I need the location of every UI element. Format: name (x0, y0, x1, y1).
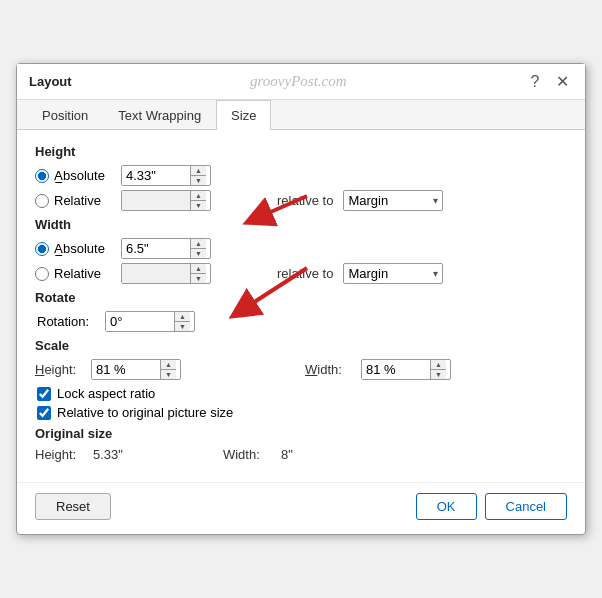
width-relative-down[interactable]: ▼ (191, 274, 206, 283)
tab-size[interactable]: Size (216, 100, 271, 130)
scale-height-up[interactable]: ▲ (161, 360, 176, 370)
width-relative-up[interactable]: ▲ (191, 264, 206, 274)
dialog-title: Layout (29, 74, 72, 89)
footer: Reset OK Cancel (17, 482, 585, 534)
lock-aspect-label[interactable]: Lock aspect ratio (57, 386, 155, 401)
title-bar: Layout groovyPost.com ? ✕ (17, 64, 585, 100)
scale-height-spinner-btns: ▲ ▼ (160, 360, 176, 379)
width-relative-input[interactable] (122, 264, 190, 283)
scale-width-down[interactable]: ▼ (431, 370, 446, 379)
original-height-item: Height: 5.33" (35, 447, 123, 462)
relative-original-label[interactable]: Relative to original picture size (57, 405, 233, 420)
original-width-item: Width: 8" (223, 447, 293, 462)
layout-dialog: Layout groovyPost.com ? ✕ Position Text … (16, 63, 586, 535)
rotation-spinner-btns: ▲ ▼ (174, 312, 190, 331)
height-absolute-down[interactable]: ▼ (191, 176, 206, 185)
height-absolute-spinner-btns: ▲ ▼ (190, 166, 206, 185)
width-relative-label: Relative (54, 266, 101, 281)
original-size-section-label: Original size (35, 426, 567, 441)
height-relative-radio[interactable] (35, 194, 49, 208)
rotation-down[interactable]: ▼ (175, 322, 190, 331)
height-absolute-row: A̲bsolute ▲ ▼ (35, 165, 567, 186)
scale-height-down[interactable]: ▼ (161, 370, 176, 379)
width-section-label: Width (35, 217, 567, 232)
width-margin-select[interactable]: Margin Page (344, 264, 433, 283)
width-absolute-down[interactable]: ▼ (191, 249, 206, 258)
original-height-value: 5.33" (93, 447, 123, 462)
close-icon[interactable]: ✕ (553, 72, 573, 91)
height-section-label: Height (35, 144, 567, 159)
relative-original-row: Relative to original picture size (37, 405, 567, 420)
original-width-label: Width: (223, 447, 275, 462)
original-width-value: 8" (281, 447, 293, 462)
help-icon[interactable]: ? (525, 73, 545, 91)
content-area: Height A̲bsolute ▲ ▼ Relative (17, 130, 585, 476)
width-absolute-spinner: ▲ ▼ (121, 238, 211, 259)
scale-height-label: Height: (35, 362, 87, 377)
scale-width-spinner-btns: ▲ ▼ (430, 360, 446, 379)
width-absolute-up[interactable]: ▲ (191, 239, 206, 249)
lock-aspect-row: Lock aspect ratio (37, 386, 567, 401)
watermark: groovyPost.com (250, 73, 347, 90)
title-bar-icons: ? ✕ (525, 72, 573, 91)
height-absolute-radio-label[interactable]: A̲bsolute (35, 168, 115, 183)
width-relative-spinner-btns: ▲ ▼ (190, 264, 206, 283)
width-absolute-row: A̲bsolute ▲ ▼ (35, 238, 567, 259)
scale-width-label: Width: (305, 362, 357, 377)
scale-height-spinner: ▲ ▼ (91, 359, 181, 380)
width-absolute-spinner-btns: ▲ ▼ (190, 239, 206, 258)
height-margin-select-arrow: ▾ (433, 195, 442, 206)
width-margin-select-arrow: ▾ (433, 268, 442, 279)
width-absolute-input[interactable] (122, 239, 190, 258)
cancel-button[interactable]: Cancel (485, 493, 567, 520)
width-relative-radio[interactable] (35, 267, 49, 281)
rotation-up[interactable]: ▲ (175, 312, 190, 322)
relative-original-checkbox[interactable] (37, 406, 51, 420)
height-relative-input[interactable] (122, 191, 190, 210)
rotation-row: Rotation: ▲ ▼ (37, 311, 567, 332)
height-relative-radio-label[interactable]: Relative (35, 193, 115, 208)
rotate-section-label: Rotate (35, 290, 567, 305)
height-margin-select[interactable]: Margin Page (344, 191, 433, 210)
height-absolute-up[interactable]: ▲ (191, 166, 206, 176)
tab-position[interactable]: Position (27, 100, 103, 130)
original-height-label: Height: (35, 447, 87, 462)
scale-section-label: Scale (35, 338, 567, 353)
original-size-row: Height: 5.33" Width: 8" (35, 447, 567, 462)
scale-height-input[interactable] (92, 360, 160, 379)
width-absolute-label: A̲bsolute (54, 241, 105, 256)
scale-width-spinner: ▲ ▼ (361, 359, 451, 380)
rotation-input[interactable] (106, 312, 174, 331)
height-margin-select-wrap: Margin Page ▾ (343, 190, 443, 211)
height-absolute-input[interactable] (122, 166, 190, 185)
height-relative-up[interactable]: ▲ (191, 191, 206, 201)
lock-aspect-checkbox[interactable] (37, 387, 51, 401)
rotation-field-label: Rotation: (37, 314, 97, 329)
tab-bar: Position Text Wrapping Size (17, 100, 585, 130)
height-absolute-spinner: ▲ ▼ (121, 165, 211, 186)
scale-width-up[interactable]: ▲ (431, 360, 446, 370)
reset-button[interactable]: Reset (35, 493, 111, 520)
height-absolute-label: A̲bsolute (54, 168, 105, 183)
width-relative-radio-label[interactable]: Relative (35, 266, 115, 281)
tab-text-wrapping[interactable]: Text Wrapping (103, 100, 216, 130)
width-margin-select-wrap: Margin Page ▾ (343, 263, 443, 284)
height-relative-spinner-btns: ▲ ▼ (190, 191, 206, 210)
scale-width-input[interactable] (362, 360, 430, 379)
width-relative-row: Relative ▲ ▼ relative to Margin Page ▾ (35, 263, 567, 284)
height-relative-to-label: relative to (277, 193, 333, 208)
width-absolute-radio[interactable] (35, 242, 49, 256)
height-absolute-radio[interactable] (35, 169, 49, 183)
height-relative-down[interactable]: ▼ (191, 201, 206, 210)
height-relative-spinner: ▲ ▼ (121, 190, 211, 211)
height-relative-label: Relative (54, 193, 101, 208)
height-relative-row: Relative ▲ ▼ relative to Margin Page ▾ (35, 190, 567, 211)
width-absolute-radio-label[interactable]: A̲bsolute (35, 241, 115, 256)
scale-height-row: Height: ▲ ▼ Width: ▲ ▼ (35, 359, 567, 380)
ok-button[interactable]: OK (416, 493, 477, 520)
width-relative-to-label: relative to (277, 266, 333, 281)
width-relative-spinner: ▲ ▼ (121, 263, 211, 284)
rotation-spinner: ▲ ▼ (105, 311, 195, 332)
